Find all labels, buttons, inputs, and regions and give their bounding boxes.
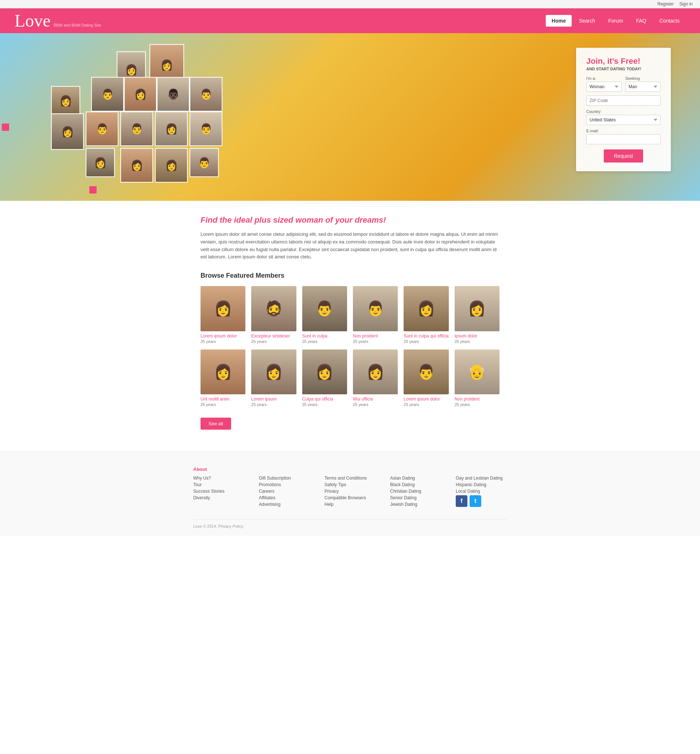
footer: About Why Us? Tour Success Stories Diver…: [0, 451, 700, 536]
email-label: E-mail:: [586, 129, 661, 133]
join-subtitle: AND START DATING TODAY!: [586, 67, 661, 71]
footer-col-3: Terms and Conditions Safety Tips Privacy…: [325, 467, 375, 508]
footer-col-5: Gay and Lesbian Dating Hispanic Dating L…: [456, 467, 507, 508]
nav-search[interactable]: Search: [573, 15, 601, 27]
footer-link-help[interactable]: Help: [325, 502, 375, 507]
member-age-2: 25 years: [251, 339, 296, 343]
member-photo-inner-6: 👩: [455, 286, 500, 331]
footer-col3-title: [325, 467, 375, 472]
zip-input[interactable]: [586, 95, 661, 106]
member-photo-4: 👨: [353, 286, 398, 331]
im-a-seeking-row: I'm a: Woman Man Seeking Man Woman: [586, 76, 661, 92]
hero-photo-14: 👩: [120, 148, 153, 183]
member-name-10: Wui officia: [353, 397, 398, 401]
footer-link-black[interactable]: Black Dating: [390, 482, 441, 487]
member-age-1: 25 years: [200, 339, 245, 343]
member-photo-inner-3: 👨: [302, 286, 347, 331]
footer-link-senior[interactable]: Senior Dating: [390, 495, 441, 500]
footer-col2-title: [259, 467, 310, 472]
nav-home[interactable]: Home: [546, 15, 572, 27]
twitter-button[interactable]: t: [470, 495, 481, 507]
hero-photo-10: 👨: [120, 111, 153, 146]
email-input[interactable]: [586, 134, 661, 144]
footer-link-gift[interactable]: Gift Subscription: [259, 476, 310, 481]
member-card-6[interactable]: 👩 Ipsum dolor 25 years: [455, 286, 500, 343]
footer-link-privacy[interactable]: Privacy: [325, 489, 375, 494]
member-card-4[interactable]: 👨 Non proident 25 years: [353, 286, 398, 343]
country-group: Country: United States: [586, 109, 661, 125]
footer-link-terms[interactable]: Terms and Conditions: [325, 476, 375, 481]
member-card-9[interactable]: 👩 Culpa qui officia 25 years: [302, 350, 347, 407]
hero-photo-7: 👩: [51, 86, 80, 115]
member-age-6: 25 years: [455, 339, 500, 343]
member-age-8: 25 years: [251, 402, 296, 407]
im-a-select[interactable]: Woman Man: [586, 82, 622, 92]
footer-about-title: About: [193, 467, 244, 472]
intro-text: Lorem ipsum dolor sit amet conse ctetur …: [200, 231, 500, 261]
footer-link-promos[interactable]: Promotions: [259, 482, 310, 487]
nav-contacts[interactable]: Contacts: [654, 15, 686, 27]
footer-link-whyus[interactable]: Why Us?: [193, 476, 244, 481]
footer-link-tour[interactable]: Tour: [193, 482, 244, 487]
hero-section: 👩 👩 👨 👩 👨🏿 👨 👩 👩 👨 👨 👩 👨 👩 👩 👩 👨 Join, i…: [0, 33, 700, 201]
footer-col-about: About Why Us? Tour Success Stories Diver…: [193, 467, 244, 508]
im-a-label: I'm a:: [586, 76, 622, 81]
hero-photo-16: 👨: [189, 148, 219, 177]
member-photo-1: 👩: [200, 286, 245, 331]
deco-square-1: [2, 123, 9, 131]
member-card-3[interactable]: 👨 Sunt in culpa 25 years: [302, 286, 347, 343]
register-link[interactable]: Register: [657, 2, 674, 6]
footer-link-safety[interactable]: Safety Tips: [325, 482, 375, 487]
request-button[interactable]: Request: [604, 150, 643, 162]
hero-photo-12: 👨: [189, 111, 222, 146]
seeking-select[interactable]: Man Woman: [625, 82, 661, 92]
member-card-2[interactable]: 🧔 Excepteur sintdeser 25 years: [251, 286, 296, 343]
footer-link-advertising[interactable]: Advertising: [259, 502, 310, 507]
member-card-5[interactable]: 👩 Sunt in culpa qui officia 25 years: [403, 286, 448, 343]
member-age-7: 25 years: [200, 402, 245, 407]
member-photo-inner-9: 👩: [302, 350, 347, 394]
footer-link-diversity[interactable]: Diversity: [193, 495, 244, 500]
member-card-7[interactable]: 👩 Unt mollit anim 25 years: [200, 350, 245, 407]
privacy-policy-link[interactable]: Privacy Policy: [219, 524, 243, 528]
member-card-12[interactable]: 👴 Non proident 25 years: [455, 350, 500, 407]
nav-forum[interactable]: Forum: [602, 15, 628, 27]
member-name-7: Unt mollit anim: [200, 397, 245, 401]
footer-link-asian[interactable]: Asian Dating: [390, 476, 441, 481]
hero-photo-4: 👩: [124, 77, 157, 111]
nav-faq[interactable]: FAQ: [630, 15, 652, 27]
country-select[interactable]: United States: [586, 115, 661, 125]
member-name-1: Lorem ipsum dolor: [200, 334, 245, 339]
member-name-4: Non proident: [353, 334, 398, 339]
copyright-text: Love © 2014.: [193, 524, 217, 528]
member-photo-3: 👨: [302, 286, 347, 331]
member-age-12: 25 years: [455, 402, 500, 407]
hero-photo-11: 👩: [155, 111, 188, 146]
member-photo-7: 👩: [200, 350, 245, 394]
footer-link-success[interactable]: Success Stories: [193, 489, 244, 494]
member-card-8[interactable]: 👩 Lorem ipsum 25 years: [251, 350, 296, 407]
member-card-11[interactable]: 👨 Lorem ipsum dolor 25 years: [403, 350, 448, 407]
member-card-1[interactable]: 👩 Lorem ipsum dolor 25 years: [200, 286, 245, 343]
footer-link-local[interactable]: Local Dating: [456, 489, 507, 494]
hero-photo-3: 👨: [91, 77, 124, 111]
footer-link-gay[interactable]: Gay and Lesbian Dating: [456, 476, 507, 481]
member-age-10: 25 years: [353, 402, 398, 407]
footer-link-jewish[interactable]: Jewish Dating: [390, 502, 441, 507]
facebook-button[interactable]: f: [456, 495, 467, 507]
header: Love BBW and BHM Dating Site Home Search…: [0, 8, 700, 33]
footer-link-browsers[interactable]: Compatible Browsers: [325, 495, 375, 500]
footer-link-hispanic[interactable]: Hispanic Dating: [456, 482, 507, 487]
logo-text[interactable]: Love: [14, 12, 51, 30]
member-age-3: 25 years: [302, 339, 347, 343]
footer-link-careers[interactable]: Careers: [259, 489, 310, 494]
footer-link-christian[interactable]: Christian Dating: [390, 489, 441, 494]
member-photo-inner-1: 👩: [200, 286, 245, 331]
footer-link-affiliates[interactable]: Affiliates: [259, 495, 310, 500]
main-content: Find the ideal plus sized woman of your …: [193, 201, 507, 451]
signin-link[interactable]: Sign in: [679, 2, 693, 6]
member-card-10[interactable]: 👩 Wui officia 25 years: [353, 350, 398, 407]
member-photo-inner-12: 👴: [455, 350, 500, 394]
member-photo-9: 👩: [302, 350, 347, 394]
see-all-button[interactable]: See all: [200, 418, 231, 430]
